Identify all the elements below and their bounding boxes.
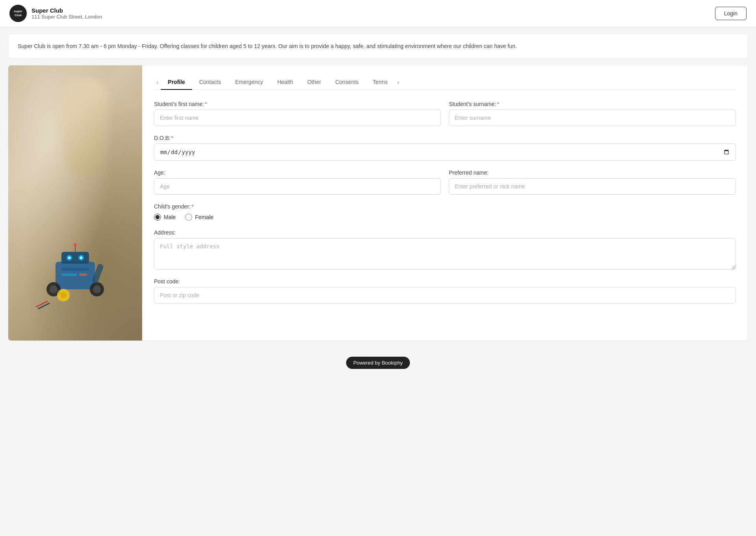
login-button[interactable]: Login [715, 7, 747, 20]
dob-required: * [171, 135, 173, 141]
tab-consents[interactable]: Consents [328, 75, 365, 90]
address-row: Address: [154, 229, 736, 270]
tab-contacts[interactable]: Contacts [192, 75, 228, 90]
child-blur [61, 77, 108, 176]
tab-bar: ‹ Profile Contacts Emergency Health Othe… [154, 75, 736, 90]
dob-group: D.O.B:* [154, 135, 736, 161]
image-panel [8, 65, 142, 341]
surname-label: Student's surname:* [449, 101, 736, 107]
powered-by-badge: Powered by Bookiphy [346, 357, 410, 369]
svg-point-14 [74, 243, 77, 246]
header: super Club Super Club 111 Super Club Str… [0, 0, 756, 27]
gender-row: Child's gender:* Male Female [154, 203, 736, 221]
svg-rect-15 [61, 268, 89, 271]
preferred-name-label: Preferred name: [449, 169, 736, 176]
svg-rect-1 [61, 252, 89, 264]
tab-emergency[interactable]: Emergency [228, 75, 270, 90]
logo: super Club [9, 5, 27, 22]
name-row: Student's first name:* Student's surname… [154, 101, 736, 126]
tab-profile[interactable]: Profile [161, 75, 192, 90]
preferred-name-input[interactable] [449, 178, 736, 195]
first-name-group: Student's first name:* [154, 101, 441, 126]
club-address: 111 Super Club Street, London [32, 14, 102, 20]
tab-left-arrow[interactable]: ‹ [154, 76, 161, 89]
surname-required: * [497, 101, 499, 107]
gender-male-radio[interactable] [154, 214, 161, 221]
age-label: Age: [154, 169, 441, 176]
gender-label: Child's gender:* [154, 203, 736, 210]
svg-point-8 [50, 285, 57, 293]
age-group: Age: [154, 169, 441, 195]
address-group: Address: [154, 229, 736, 270]
tab-other[interactable]: Other [300, 75, 328, 90]
first-name-input[interactable] [154, 110, 441, 126]
svg-point-5 [80, 257, 82, 259]
postcode-row: Post code: [154, 278, 736, 303]
address-input[interactable] [154, 238, 736, 270]
surname-group: Student's surname:* [449, 101, 736, 126]
footer: Powered by Bookiphy [0, 349, 756, 377]
gender-female-radio[interactable] [185, 214, 192, 221]
tab-right-arrow[interactable]: › [395, 76, 402, 89]
gender-male-label[interactable]: Male [154, 214, 176, 221]
gender-female-label[interactable]: Female [185, 214, 213, 221]
age-preferred-row: Age: Preferred name: [154, 169, 736, 195]
hero-image [8, 65, 142, 341]
postcode-label: Post code: [154, 278, 736, 285]
svg-rect-17 [79, 274, 87, 276]
main-content: ‹ Profile Contacts Emergency Health Othe… [8, 65, 748, 341]
info-banner: Super Club is open from 7.30 am - 6 pm M… [8, 34, 748, 59]
tab-health[interactable]: Health [270, 75, 300, 90]
gender-radio-group: Male Female [154, 214, 736, 221]
dob-input[interactable] [154, 143, 736, 161]
svg-rect-16 [61, 274, 77, 276]
gender-group: Child's gender:* Male Female [154, 203, 736, 221]
svg-point-11 [60, 292, 67, 298]
age-input[interactable] [154, 178, 441, 195]
first-name-required: * [205, 101, 207, 107]
form-panel: ‹ Profile Contacts Emergency Health Othe… [142, 65, 748, 341]
tab-terms[interactable]: Terms [366, 75, 395, 90]
surname-input[interactable] [449, 110, 736, 126]
dob-row: D.O.B:* [154, 135, 736, 161]
brand-info: Super Club 111 Super Club Street, London [32, 7, 102, 20]
svg-point-9 [93, 285, 101, 293]
preferred-name-group: Preferred name: [449, 169, 736, 195]
first-name-label: Student's first name:* [154, 101, 441, 107]
gender-required: * [191, 203, 193, 210]
club-name: Super Club [32, 7, 102, 14]
svg-point-4 [68, 257, 70, 259]
brand: super Club Super Club 111 Super Club Str… [9, 5, 102, 22]
postcode-group: Post code: [154, 278, 736, 303]
postcode-input[interactable] [154, 287, 736, 303]
address-label: Address: [154, 229, 736, 236]
dob-label: D.O.B:* [154, 135, 736, 141]
robot-illustration [32, 238, 119, 309]
